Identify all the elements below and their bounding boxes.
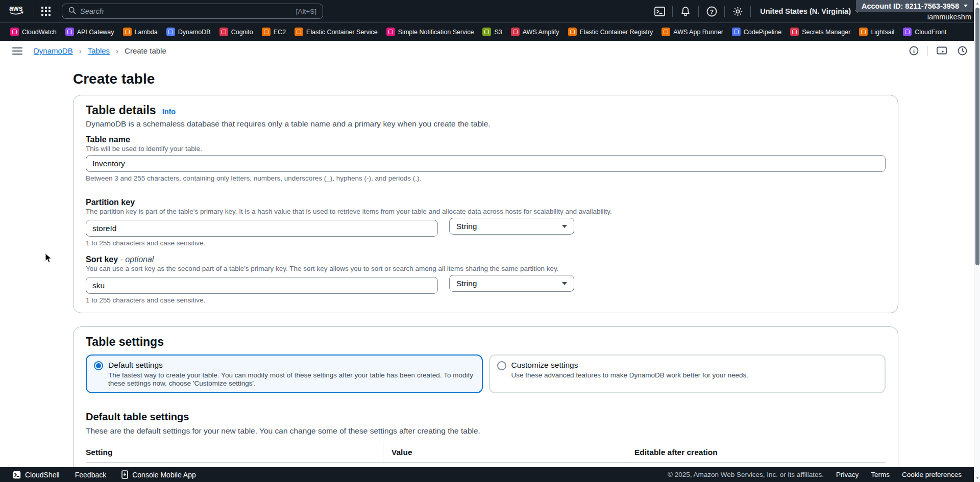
partition-key-label: Partition key [86, 197, 886, 207]
favorite-service-link[interactable]: Secrets Manager [790, 28, 850, 36]
account-id-menu[interactable]: Account ID: 8211-7563-3958 [856, 0, 973, 12]
footer-cloudshell-button[interactable]: CloudShell [13, 471, 60, 479]
service-icon [123, 28, 132, 36]
service-icon [859, 28, 868, 36]
service-icon [790, 28, 799, 36]
service-icon [386, 28, 395, 36]
favorite-service-label: S3 [494, 29, 502, 36]
radio-selected-icon[interactable] [94, 361, 103, 370]
service-icon [511, 28, 520, 36]
cloudshell-label: CloudShell [25, 471, 60, 479]
service-icon [903, 28, 912, 36]
breadcrumb-separator: › [116, 46, 118, 55]
aws-logo[interactable]: aws [8, 4, 27, 18]
side-menu-icon[interactable] [12, 47, 22, 55]
favorite-service-label: CloudWatch [22, 29, 57, 36]
svg-text:i: i [913, 48, 914, 54]
footer-mobile-app-button[interactable]: Console Mobile App [121, 470, 196, 479]
cloudshell-icon[interactable] [651, 3, 668, 20]
settings-gear-icon[interactable] [729, 3, 746, 20]
sort-key-type-select[interactable]: String [449, 275, 574, 292]
footer-feedback-button[interactable]: Feedback [75, 471, 106, 479]
radio-unselected-icon[interactable] [497, 361, 506, 370]
favorite-service-label: Secrets Manager [802, 29, 850, 36]
favorite-service-link[interactable]: CloudFront [903, 28, 946, 36]
chevron-down-icon [562, 282, 567, 285]
favorite-service-link[interactable]: API Gateway [65, 28, 114, 36]
favorite-service-label: Elastic Container Registry [580, 29, 653, 36]
sort-key-input[interactable] [86, 277, 438, 294]
partition-key-type-select[interactable]: String [449, 218, 574, 235]
service-icon [10, 28, 19, 36]
info-icon[interactable]: i [907, 44, 920, 58]
chevron-down-icon [964, 5, 968, 7]
favorite-service-link[interactable]: S3 [482, 28, 502, 36]
breadcrumb-current: Create table [125, 46, 166, 55]
clock-icon[interactable] [955, 44, 969, 58]
region-selector[interactable]: United States (N. Virginia) [760, 7, 860, 15]
breadcrumb-link-tables[interactable]: Tables [88, 46, 110, 55]
demo-screen-icon[interactable] [935, 44, 948, 58]
customize-settings-label: Customize settings [511, 360, 748, 370]
service-icon [732, 28, 741, 36]
favorite-service-link[interactable]: Elastic Container Service [295, 28, 378, 36]
help-icon[interactable]: ? [703, 3, 720, 20]
divider [86, 190, 886, 190]
default-settings-tile[interactable]: Default settings The fastest way to crea… [86, 354, 483, 393]
footer-link-cookies[interactable]: Cookie preferences [902, 471, 962, 478]
favorite-service-link[interactable]: CodePipeline [732, 28, 781, 36]
scroll-up-arrow[interactable]: ▲ [974, 1, 980, 7]
table-settings-card: Table settings Default settings The fast… [73, 326, 898, 467]
favorite-service-link[interactable]: Elastic Container Registry [568, 28, 653, 36]
service-icon [568, 28, 577, 36]
table-name-constraint: Between 3 and 255 characters, containing… [86, 174, 886, 183]
feedback-label: Feedback [75, 471, 106, 479]
favorite-service-link[interactable]: Simple Notification Service [386, 28, 474, 36]
footer-link-terms[interactable]: Terms [871, 471, 890, 478]
favorite-service-link[interactable]: AWS App Runner [662, 28, 723, 36]
sort-key-optional-text: - optional [120, 255, 154, 264]
table-name-input[interactable] [86, 155, 886, 172]
service-icon [482, 28, 491, 36]
table-details-description: DynamoDB is a schemaless database that r… [86, 119, 886, 129]
page-title: Create table [73, 70, 898, 88]
favorite-service-label: Cognito [231, 29, 253, 36]
default-settings-description: The fastest way to create your table. Yo… [108, 371, 475, 388]
sort-key-constraint: 1 to 255 characters and case sensitive. [86, 296, 886, 305]
info-link[interactable]: Info [162, 108, 176, 116]
search-input[interactable]: Search [Alt+S] [62, 4, 323, 19]
favorite-service-link[interactable]: EC2 [262, 28, 286, 36]
partition-key-type-value: String [456, 222, 477, 231]
breadcrumb-link-dynamodb[interactable]: DynamoDB [34, 46, 73, 55]
column-header-value: Value [383, 442, 626, 462]
services-menu-icon[interactable] [41, 7, 51, 16]
notifications-bell-icon[interactable] [677, 3, 694, 20]
breadcrumb-separator: › [79, 46, 82, 55]
favorite-service-link[interactable]: Lambda [123, 28, 158, 36]
partition-key-help: The partition key is part of the table's… [86, 208, 886, 216]
favorite-service-link[interactable]: Cognito [219, 28, 253, 36]
sort-key-type-value: String [456, 279, 477, 288]
favorite-service-link[interactable]: CloudWatch [10, 28, 57, 36]
vertical-scrollbar[interactable]: ▲ ▼ [974, 0, 980, 482]
top-navigation: aws Search [Alt+S] ? [0, 0, 980, 22]
region-label: United States (N. Virginia) [760, 7, 851, 15]
customize-settings-tile[interactable]: Customize settings Use these advanced fe… [489, 354, 886, 393]
scroll-down-arrow[interactable]: ▼ [974, 475, 980, 481]
table-settings-title: Table settings [86, 335, 886, 348]
favorite-service-link[interactable]: DynamoDB [166, 28, 211, 36]
partition-key-input[interactable] [86, 220, 438, 237]
username-label: iammukeshm [927, 13, 971, 21]
table-details-title: Table details [86, 104, 156, 117]
svg-text:?: ? [710, 8, 714, 14]
favorite-service-link[interactable]: AWS Amplify [511, 28, 559, 36]
service-icon [65, 28, 74, 36]
service-icon [166, 28, 175, 36]
service-icon [295, 28, 303, 36]
column-header-editable: Editable after creation [626, 442, 886, 462]
service-icon [262, 28, 271, 36]
scrollbar-thumb[interactable] [975, 8, 979, 265]
favorite-service-link[interactable]: Lightsail [859, 28, 894, 36]
favorite-service-label: AWS Amplify [523, 29, 559, 36]
footer-link-privacy[interactable]: Privacy [836, 471, 859, 478]
